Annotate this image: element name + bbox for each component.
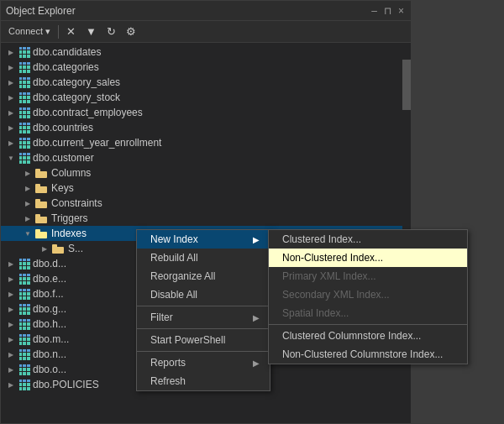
close-icon[interactable]: × <box>396 5 406 17</box>
submenu-item-primary-xml-index: Primary XML Index... <box>269 267 467 285</box>
tree-node-categories[interactable]: dbo.categories <box>1 60 411 75</box>
submenu-item-clustered-index[interactable]: Clustered Index... <box>269 230 467 249</box>
expand-icon[interactable] <box>38 242 51 255</box>
node-label: dbo.customer <box>33 152 94 164</box>
menu-item-label: Spatial Index... <box>282 307 349 319</box>
tree-node-triggers[interactable]: Triggers <box>1 211 411 226</box>
expand-icon[interactable] <box>4 272 18 285</box>
tree-node-category-sales[interactable]: dbo.category_sales <box>1 75 411 90</box>
connect-button[interactable]: Connect ▾ <box>4 24 55 39</box>
options-button[interactable]: ⚙ <box>122 23 140 40</box>
menu-item-label: Reports <box>150 357 186 369</box>
connect-label: Connect ▾ <box>8 26 50 37</box>
node-label: S... <box>68 243 83 254</box>
node-label: dbo.m... <box>33 333 69 345</box>
menu-item-new-index[interactable]: New Index ▶ <box>137 230 270 249</box>
pin-icon[interactable]: – <box>370 5 379 17</box>
expand-icon[interactable] <box>4 302 18 316</box>
panel-title: Object Explorer <box>6 5 76 17</box>
table-icon <box>18 151 31 165</box>
expand-icon[interactable] <box>4 76 18 89</box>
menu-item-filter[interactable]: Filter ▶ <box>137 308 270 327</box>
tree-node-countries[interactable]: dbo.countries <box>1 120 411 135</box>
node-label: dbo.n... <box>33 348 66 360</box>
folder-icon <box>34 196 48 210</box>
menu-item-rebuild-all[interactable]: Rebuild All <box>137 249 270 267</box>
expand-icon[interactable] <box>21 212 34 225</box>
folder-icon <box>34 227 48 240</box>
tree-node-contract-employees[interactable]: dbo.contract_employees <box>1 105 411 120</box>
menu-item-label: Reorganize All <box>150 270 215 282</box>
expand-icon[interactable] <box>4 136 18 149</box>
tree-node-keys[interactable]: Keys <box>1 181 411 196</box>
node-label: Constraints <box>51 197 102 209</box>
tree-node-constraints[interactable]: Constraints <box>1 196 411 211</box>
node-label: dbo.current_year_enrollment <box>33 137 161 149</box>
expand-icon[interactable] <box>4 60 18 74</box>
expand-icon[interactable] <box>21 181 34 195</box>
submenu-item-clustered-columnstore[interactable]: Clustered Columnstore Index... <box>269 327 467 345</box>
table-icon <box>18 45 31 59</box>
filter-icon: ▼ <box>86 25 97 38</box>
expand-icon[interactable] <box>4 106 18 119</box>
menu-item-label: Disable All <box>150 289 197 301</box>
menu-item-reorganize-all[interactable]: Reorganize All <box>137 267 270 285</box>
tree-node-customer[interactable]: dbo.customer <box>1 150 411 165</box>
menu-item-label: Non-Clustered Index... <box>282 252 383 264</box>
node-label: dbo.d... <box>33 258 66 270</box>
table-icon <box>18 287 31 301</box>
node-label: dbo.contract_employees <box>33 107 143 118</box>
menu-item-start-powershell[interactable]: Start PowerShell <box>137 331 270 349</box>
node-label: dbo.category_stock <box>33 92 120 103</box>
disconnect-icon: ✕ <box>66 25 76 38</box>
table-icon <box>18 257 31 270</box>
table-icon <box>18 302 31 316</box>
expand-icon[interactable] <box>4 348 18 361</box>
menu-item-label: Refresh <box>150 375 186 387</box>
tree-node-columns[interactable]: Columns <box>1 165 411 181</box>
table-icon <box>18 272 31 285</box>
submenu-new-index: Clustered Index... Non-Clustered Index..… <box>268 229 468 364</box>
auto-hide-icon[interactable]: ⊓ <box>382 5 393 17</box>
node-label: dbo.POLICIES <box>33 379 99 390</box>
submenu-item-non-clustered-index[interactable]: Non-Clustered Index... <box>269 249 467 267</box>
scrollbar-thumb[interactable] <box>402 60 411 110</box>
menu-item-label: Clustered Index... <box>282 233 361 245</box>
expand-icon[interactable] <box>21 227 34 240</box>
folder-icon <box>34 212 48 225</box>
table-icon <box>18 136 31 149</box>
tree-node-candidates[interactable]: dbo.candidates <box>1 44 411 60</box>
menu-item-label: Filter <box>150 311 173 323</box>
expand-icon[interactable] <box>4 151 18 165</box>
expand-icon[interactable] <box>4 91 18 104</box>
disconnect-button[interactable]: ✕ <box>62 23 80 40</box>
expand-icon[interactable] <box>4 317 18 331</box>
table-icon <box>18 91 31 104</box>
table-icon <box>18 378 31 391</box>
folder-icon <box>34 181 48 195</box>
refresh-icon: ↻ <box>107 25 116 38</box>
expand-icon[interactable] <box>4 45 18 59</box>
submenu-separator <box>269 324 467 325</box>
filter-button[interactable]: ▼ <box>81 23 101 40</box>
expand-icon[interactable] <box>4 287 18 301</box>
submenu-item-non-clustered-columnstore[interactable]: Non-Clustered Columnstore Index... <box>269 345 467 364</box>
menu-item-label: Start PowerShell <box>150 334 225 346</box>
submenu-item-spatial-index: Spatial Index... <box>269 304 467 322</box>
expand-icon[interactable] <box>4 257 18 270</box>
menu-item-label: Clustered Columnstore Index... <box>282 330 421 342</box>
node-label: dbo.h... <box>33 318 66 330</box>
folder-icon <box>34 166 48 180</box>
expand-icon[interactable] <box>4 378 18 391</box>
tree-node-category-stock[interactable]: dbo.category_stock <box>1 90 411 105</box>
menu-item-reports[interactable]: Reports ▶ <box>137 353 270 372</box>
expand-icon[interactable] <box>21 196 34 210</box>
menu-item-disable-all[interactable]: Disable All <box>137 285 270 304</box>
expand-icon[interactable] <box>4 332 18 346</box>
expand-icon[interactable] <box>4 363 18 376</box>
refresh-button[interactable]: ↻ <box>102 23 120 40</box>
expand-icon[interactable] <box>4 121 18 134</box>
expand-icon[interactable] <box>21 166 34 180</box>
menu-item-refresh[interactable]: Refresh <box>137 372 270 390</box>
tree-node-current-year-enrollment[interactable]: dbo.current_year_enrollment <box>1 135 411 150</box>
